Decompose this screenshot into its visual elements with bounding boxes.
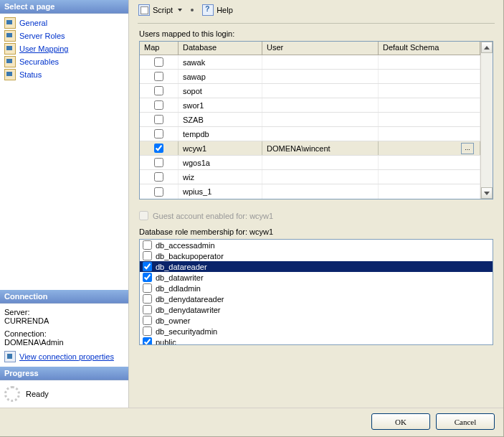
table-row[interactable]: wpius_1 (140, 184, 480, 199)
role-item[interactable]: db_backupoperator (140, 250, 493, 261)
role-checkbox[interactable] (143, 337, 152, 345)
cell-schema (379, 70, 480, 83)
cell-schema: ... (379, 141, 480, 155)
role-label: db_ddladmin (156, 284, 201, 293)
left-pane: Select a page General Server Roles User … (0, 0, 129, 408)
cell-user (262, 156, 379, 169)
col-user[interactable]: User (262, 42, 379, 55)
role-label: db_accessadmin (156, 241, 215, 250)
cell-user (262, 55, 379, 69)
toolbar: Script Help (129, 0, 503, 20)
role-checkbox[interactable] (143, 240, 152, 250)
role-item[interactable]: db_denydatawriter (140, 304, 493, 315)
role-label: db_datareader (156, 263, 207, 271)
map-checkbox[interactable] (154, 129, 163, 138)
map-checkbox[interactable] (154, 86, 163, 95)
map-checkbox[interactable] (154, 100, 163, 110)
table-row[interactable]: sawap (140, 70, 480, 84)
nav-item-server-roles[interactable]: Server Roles (4, 29, 124, 42)
cell-database: wiz (179, 170, 262, 184)
map-checkbox[interactable] (154, 172, 163, 182)
role-checkbox[interactable] (143, 283, 152, 293)
role-item[interactable]: db_denydatareader (140, 293, 493, 304)
role-checkbox[interactable] (143, 273, 152, 282)
role-item[interactable]: db_accessadmin (140, 240, 493, 250)
role-checkbox[interactable] (143, 294, 152, 304)
server-label: Server: (4, 308, 124, 316)
scroll-up-button[interactable] (481, 42, 493, 53)
guest-account-row: Guest account enabled for: wcyw1 (129, 199, 503, 225)
cell-database: SZAB (179, 113, 262, 126)
page-icon (4, 30, 16, 42)
cell-database: wpius_1 (179, 184, 262, 199)
role-item[interactable]: db_datareader (140, 261, 493, 272)
role-list: db_accessadmindb_backupoperatordb_datare… (139, 239, 493, 345)
script-label: Script (153, 6, 173, 14)
map-checkbox[interactable] (154, 144, 163, 153)
view-connection-properties-link[interactable]: View connection properties (19, 352, 114, 361)
nav-list: General Server Roles User Mapping Secura… (0, 14, 128, 84)
schema-browse-button[interactable]: ... (461, 143, 474, 154)
cell-database: wgos1a (179, 156, 262, 169)
role-item[interactable]: db_datawriter (140, 272, 493, 283)
role-label: db_datawriter (156, 273, 204, 282)
connection-header: Connection (0, 290, 128, 304)
table-row[interactable]: tempdb (140, 127, 480, 141)
role-checkbox[interactable] (143, 316, 152, 325)
cell-database: sopot (179, 84, 262, 98)
scroll-down-button[interactable] (481, 187, 493, 199)
nav-label: Status (19, 70, 42, 79)
table-row[interactable]: SZAB (140, 113, 480, 127)
guest-account-label: Guest account enabled for: wcyw1 (153, 212, 273, 220)
mapping-heading: Users mapped to this login: (139, 29, 493, 38)
right-pane: Script Help Users mapped to this login: … (129, 0, 503, 408)
nav-label: General (19, 19, 47, 27)
role-item[interactable]: db_ddladmin (140, 283, 493, 293)
table-row[interactable]: sawak (140, 55, 480, 70)
cancel-button[interactable]: Cancel (436, 413, 495, 430)
arrow-up-icon (484, 46, 490, 50)
cell-user (262, 98, 379, 112)
nav-item-general[interactable]: General (4, 17, 124, 29)
grid-body: sawaksawapsopotswor1SZABtempdbwcyw1DOMEN… (140, 55, 480, 199)
role-checkbox[interactable] (143, 305, 152, 314)
ok-button[interactable]: OK (371, 413, 430, 430)
help-button[interactable]: Help (199, 3, 237, 17)
map-checkbox[interactable] (154, 158, 163, 167)
guest-account-checkbox (139, 211, 148, 220)
role-item[interactable]: db_owner (140, 315, 493, 326)
col-database[interactable]: Database (179, 42, 262, 55)
nav-item-status[interactable]: Status (4, 68, 124, 81)
nav-item-user-mapping[interactable]: User Mapping (4, 42, 124, 55)
script-button[interactable]: Script (135, 3, 186, 17)
role-item[interactable]: db_securityadmin (140, 326, 493, 337)
col-schema[interactable]: Default Schema (379, 42, 480, 55)
col-map[interactable]: Map (140, 42, 179, 55)
cell-schema (379, 127, 480, 141)
table-row[interactable]: wgos1a (140, 156, 480, 170)
vertical-scrollbar[interactable] (480, 42, 493, 199)
cell-user (262, 113, 379, 126)
role-checkbox[interactable] (143, 262, 152, 271)
connection-label: Connection: (4, 329, 124, 338)
role-checkbox[interactable] (143, 326, 152, 336)
script-icon (138, 4, 150, 16)
grid-header: Map Database User Default Schema (140, 42, 480, 55)
role-item[interactable]: public (140, 337, 493, 345)
help-label: Help (217, 6, 233, 14)
map-checkbox[interactable] (154, 115, 163, 124)
nav-item-securables[interactable]: Securables (4, 55, 124, 68)
table-row[interactable]: wiz (140, 170, 480, 184)
map-checkbox[interactable] (154, 57, 163, 67)
cell-schema (379, 55, 480, 69)
chevron-down-icon (178, 9, 182, 11)
cell-user (262, 84, 379, 98)
roles-heading: Database role membership for: wcyw1 (139, 227, 493, 236)
role-checkbox[interactable] (143, 251, 152, 260)
map-checkbox[interactable] (154, 187, 163, 197)
progress-spinner-icon (4, 386, 20, 402)
table-row[interactable]: sopot (140, 84, 480, 98)
table-row[interactable]: swor1 (140, 98, 480, 113)
table-row[interactable]: wcyw1DOMENA\wincent... (140, 141, 480, 156)
map-checkbox[interactable] (154, 72, 163, 81)
